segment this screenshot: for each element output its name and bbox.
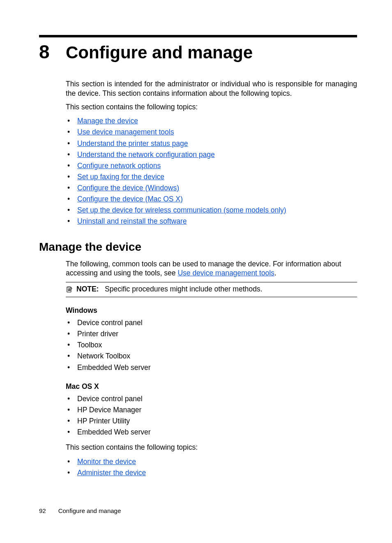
- link-use-device-management-tools[interactable]: Use device management tools: [77, 128, 174, 136]
- chapter-number: 8: [39, 41, 66, 63]
- link-monitor-device[interactable]: Monitor the device: [77, 458, 136, 466]
- list-item: Device control panel: [66, 393, 357, 404]
- link-inline-use-device-management-tools[interactable]: Use device management tools: [178, 269, 274, 277]
- list-item: Device control panel: [66, 317, 357, 328]
- list-item: Network Toolbox: [66, 351, 357, 362]
- manage-device-paragraph: The following, common tools can be used …: [66, 259, 357, 278]
- subhead-macosx: Mac OS X: [66, 382, 357, 391]
- footer-title: Configure and manage: [58, 507, 121, 514]
- note-label: NOTE:: [76, 285, 99, 293]
- chapter-title: Configure and manage: [66, 43, 253, 62]
- manage-para-post: .: [274, 269, 277, 277]
- note-icon: [66, 286, 73, 293]
- subtopics-intro: This section contains the following topi…: [66, 443, 357, 452]
- intro-paragraph: This section is intended for the adminis…: [66, 79, 357, 98]
- note-box: NOTE: Specific procedures might include …: [66, 282, 357, 297]
- link-uninstall-reinstall[interactable]: Uninstall and reinstall the software: [77, 217, 187, 225]
- macosx-list: Device control panel HP Device Manager H…: [66, 393, 357, 438]
- subtopic-link-list: Monitor the device Administer the device: [66, 456, 357, 478]
- section-heading-manage-device: Manage the device: [39, 240, 357, 254]
- topic-link-list: Manage the device Use device management …: [66, 116, 357, 227]
- windows-list: Device control panel Printer driver Tool…: [66, 317, 357, 373]
- link-setup-wireless[interactable]: Set up the device for wireless communica…: [77, 206, 286, 214]
- subhead-windows: Windows: [66, 306, 357, 315]
- link-understand-network-configuration-page[interactable]: Understand the network configuration pag…: [77, 150, 215, 159]
- link-configure-device-macosx[interactable]: Configure the device (Mac OS X): [77, 195, 183, 203]
- link-configure-network-options[interactable]: Configure network options: [77, 162, 161, 170]
- link-manage-device[interactable]: Manage the device: [77, 117, 138, 125]
- note-text: Specific procedures might include other …: [105, 285, 262, 293]
- link-administer-device[interactable]: Administer the device: [77, 469, 146, 477]
- topics-intro: This section contains the following topi…: [66, 102, 357, 112]
- list-item: Embedded Web server: [66, 362, 357, 373]
- list-item: Printer driver: [66, 328, 357, 340]
- list-item: HP Printer Utility: [66, 416, 357, 427]
- link-understand-printer-status-page[interactable]: Understand the printer status page: [77, 139, 188, 148]
- list-item: Toolbox: [66, 340, 357, 351]
- list-item: Embedded Web server: [66, 427, 357, 438]
- list-item: HP Device Manager: [66, 404, 357, 416]
- link-configure-device-windows[interactable]: Configure the device (Windows): [77, 184, 179, 192]
- link-setup-faxing[interactable]: Set up faxing for the device: [77, 173, 164, 181]
- page-footer: 92 Configure and manage: [39, 507, 357, 514]
- page-number: 92: [39, 507, 46, 514]
